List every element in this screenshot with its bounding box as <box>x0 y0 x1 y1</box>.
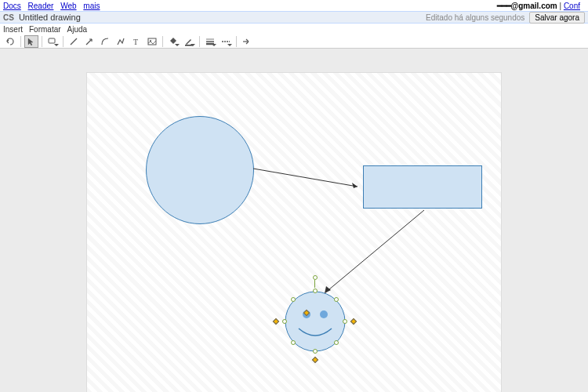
resize-handle-se[interactable] <box>334 340 339 345</box>
image-tool[interactable] <box>145 35 159 48</box>
resize-handle-s[interactable] <box>313 349 318 354</box>
curve-tool[interactable] <box>98 35 112 48</box>
svg-line-13 <box>325 210 424 293</box>
top-nav-bar: Docs Reader Web mais ━━━@gmail.com | Con… <box>0 0 588 11</box>
resize-handle-n[interactable] <box>313 289 318 293</box>
adjust-handle-1[interactable] <box>273 318 279 325</box>
header-bar: CS Untitled drawing Editado há alguns se… <box>0 11 588 24</box>
arrow-end-button[interactable] <box>240 35 254 48</box>
toolbar: T <box>0 34 588 49</box>
undo-button[interactable] <box>3 35 17 48</box>
canvas-area <box>0 49 588 392</box>
rotation-handle[interactable] <box>313 275 318 280</box>
line-dash-button[interactable] <box>219 35 233 48</box>
nav-link-config[interactable]: Conf <box>564 2 580 10</box>
nav-link-web[interactable]: Web <box>60 2 76 10</box>
drawing-canvas[interactable] <box>86 72 502 392</box>
svg-rect-0 <box>49 38 55 43</box>
nav-link-reader[interactable]: Reader <box>28 2 54 10</box>
svg-line-2 <box>86 39 92 45</box>
svg-point-16 <box>320 310 328 318</box>
menu-insert[interactable]: Insert <box>3 25 23 34</box>
line-width-button[interactable] <box>203 35 217 48</box>
fill-color-button[interactable] <box>166 35 180 48</box>
polyline-tool[interactable] <box>114 35 128 48</box>
svg-rect-6 <box>185 45 193 46</box>
menu-help[interactable]: Ajuda <box>67 25 88 34</box>
adjust-handle-2[interactable] <box>350 318 357 325</box>
save-status: Editado há alguns segundos <box>426 13 524 22</box>
user-email: ━━━@gmail.com <box>497 2 557 10</box>
shape-smiley[interactable] <box>285 291 346 352</box>
line-tool[interactable] <box>67 35 81 48</box>
nav-link-docs[interactable]: Docs <box>3 2 21 10</box>
svg-text:T: T <box>133 38 138 46</box>
shape-rectangle[interactable] <box>363 165 482 209</box>
document-title[interactable]: Untitled drawing <box>19 13 81 22</box>
app-logo: CS <box>3 13 14 22</box>
svg-line-1 <box>71 38 77 45</box>
adjust-handle-3[interactable] <box>312 357 318 363</box>
select-tool[interactable] <box>24 35 38 48</box>
line-color-button[interactable] <box>182 35 196 48</box>
resize-handle-nw[interactable] <box>291 297 296 302</box>
arrow-tool[interactable] <box>82 35 96 48</box>
resize-handle-w[interactable] <box>282 319 287 324</box>
svg-line-12 <box>253 169 358 187</box>
menu-bar: Insert Formatar Ajuda <box>0 24 588 34</box>
save-button[interactable]: Salvar agora <box>529 12 585 24</box>
shape-tool[interactable] <box>45 35 60 48</box>
resize-handle-ne[interactable] <box>334 297 339 302</box>
resize-handle-sw[interactable] <box>291 340 296 345</box>
resize-handle-e[interactable] <box>343 319 347 324</box>
arrow-connector-2[interactable] <box>318 209 428 299</box>
menu-format[interactable]: Formatar <box>29 25 61 34</box>
textbox-tool[interactable]: T <box>129 35 143 48</box>
nav-link-more[interactable]: mais <box>83 2 100 10</box>
arrow-connector-1[interactable] <box>252 167 365 191</box>
shape-circle[interactable] <box>146 116 254 224</box>
